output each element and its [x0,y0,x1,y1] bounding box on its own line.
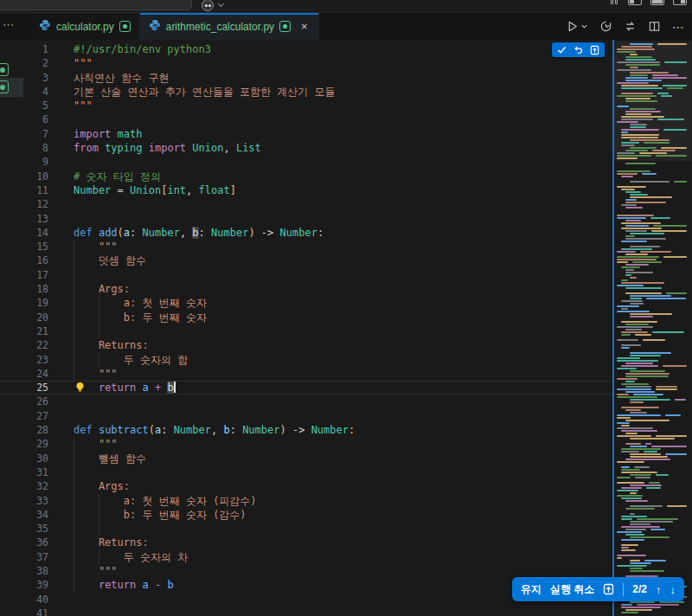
line-number: 38 [0,564,48,578]
code-text: return a - b [74,578,174,592]
accept-check-icon[interactable] [557,45,567,55]
code-line-28[interactable]: 28def subtract(a: Number, b: Number) -> … [0,423,614,437]
open-file-icon[interactable] [590,45,599,55]
code-line-7[interactable]: 7import math [0,127,614,141]
line-number: 8 [0,141,48,155]
line-number: 21 [0,324,48,338]
code-line-9[interactable]: 9 [0,155,614,169]
code-line-25[interactable]: 25 return a + b [0,381,614,395]
line-number: 39 [0,578,48,592]
code-line-6[interactable]: 6 [0,112,614,126]
code-line-27[interactable]: 27 [0,409,614,423]
code-line-33[interactable]: 33 a: 첫 번째 숫자 (피감수) [0,494,614,508]
line-number: 1 [0,42,48,56]
code-line-41[interactable]: 41 [0,606,614,616]
previous-change-icon[interactable]: ↑ [656,583,662,596]
open-changed-file-icon[interactable] [603,583,614,595]
code-line-5[interactable]: 5""" [0,99,614,112]
undo-button[interactable]: 실행 취소 [550,582,594,597]
chevron-down-icon[interactable] [218,1,224,7]
run-button[interactable] [566,20,588,33]
code-text: #!/usr/bin/env python3 [74,42,211,56]
code-line-29[interactable]: 29 """ [0,437,614,451]
code-line-15[interactable]: 15 """ [0,240,614,253]
code-text: """ [74,437,118,451]
code-line-14[interactable]: 14def add(a: Number, b: Number) -> Numbe… [0,226,614,240]
code-line-37[interactable]: 37 두 숫자의 차 [0,550,614,564]
code-line-22[interactable]: 22 Returns: [0,338,614,352]
code-line-35[interactable]: 35 [0,522,614,536]
next-change-icon[interactable]: ↓ [670,583,676,596]
divider [623,583,624,596]
code-line-23[interactable]: 23 두 숫자의 합 [0,353,614,367]
code-line-4[interactable]: 4기본 산술 연산과 추가 연산들을 포함한 계산기 모듈 [0,85,614,99]
line-number: 34 [0,508,48,522]
line-number: 6 [0,112,48,126]
code-line-24[interactable]: 24 """ [0,367,614,381]
code-line-12[interactable]: 12 [0,197,614,211]
code-line-36[interactable]: 36 Returns: [0,536,614,549]
code-line-16[interactable]: 16 덧셈 함수 [0,253,614,267]
tab-calculator[interactable]: calculator.py [30,13,140,40]
code-text: a: 첫 번째 숫자 (피감수) [74,494,257,508]
toggle-secondary-sidebar-icon[interactable] [673,0,687,5]
code-lines[interactable]: 1#!/usr/bin/env python32"""3사칙연산 함수 구현4기… [0,40,614,616]
file-badge-row-selected[interactable] [0,78,23,97]
code-line-38[interactable]: 38 """ [0,564,614,578]
code-text: Args: [74,282,130,296]
code-line-26[interactable]: 26 [0,395,614,408]
sync-changes-icon[interactable] [624,20,637,33]
file-status-badge-icon [279,21,291,32]
code-line-20[interactable]: 20 b: 두 번째 숫자 [0,311,614,324]
code-line-34[interactable]: 34 b: 두 번째 숫자 (감수) [0,508,614,522]
code-text: 두 숫자의 합 [74,353,188,367]
more-editors-icon[interactable]: ⋯ [3,18,15,31]
line-number: 31 [0,465,48,479]
code-line-18[interactable]: 18 Args: [0,282,614,296]
code-line-3[interactable]: 3사칙연산 함수 구현 [0,71,614,85]
more-actions-icon[interactable]: ⋯ [672,20,685,34]
code-line-19[interactable]: 19 a: 첫 번째 숫자 [0,296,614,310]
toggle-panel-icon[interactable] [650,0,664,5]
keep-button[interactable]: 유지 [521,582,541,597]
undo-icon[interactable] [573,45,583,55]
line-number: 23 [0,353,48,367]
timeline-history-icon[interactable] [599,20,612,33]
split-editor-icon[interactable] [648,20,661,33]
tab-label: arithmetic_calculator.py [166,21,274,33]
tab-bar: ⋯ calculator.py a [0,13,692,40]
code-line-17[interactable]: 17 [0,268,614,282]
python-file-icon [149,19,161,35]
line-number: 36 [0,536,48,549]
minimap[interactable] [612,40,692,616]
code-text: Returns: [74,338,149,352]
inline-suggestion-toolbar [552,42,605,57]
code-line-2[interactable]: 2""" [0,56,614,70]
command-center-searchbox[interactable] [0,0,192,10]
line-number: 26 [0,395,48,408]
code-line-21[interactable]: 21 [0,324,614,338]
code-line-10[interactable]: 10# 숫자 타입 정의 [0,170,614,183]
tab-arithmetic-calculator[interactable]: arithmetic_calculator.py × [140,13,319,40]
copilot-icon[interactable] [202,0,214,11]
code-line-13[interactable]: 13 [0,212,614,226]
line-number: 30 [0,452,48,465]
code-line-1[interactable]: 1#!/usr/bin/env python3 [0,42,614,56]
code-text: Number = Union[int, float] [74,183,236,197]
line-number: 11 [0,183,48,197]
editor-layout-icon[interactable] [611,0,619,4]
file-badge-row[interactable] [0,61,23,80]
line-number: 16 [0,253,48,267]
line-number: 27 [0,409,48,423]
code-line-31[interactable]: 31 [0,465,614,479]
code-line-11[interactable]: 11Number = Union[int, float] [0,183,614,197]
line-number: 22 [0,338,48,352]
toggle-sidebar-icon[interactable] [628,0,642,5]
tab-label: calculator.py [56,21,114,33]
vscode-window: ⋯ calculator.py a [0,0,692,616]
code-line-8[interactable]: 8from typing import Union, List [0,141,614,155]
code-line-32[interactable]: 32 Args: [0,479,614,493]
code-editor[interactable]: 1#!/usr/bin/env python32"""3사칙연산 함수 구현4기… [0,40,692,616]
close-icon[interactable]: × [299,20,310,33]
code-line-30[interactable]: 30 뺄셈 함수 [0,452,614,465]
